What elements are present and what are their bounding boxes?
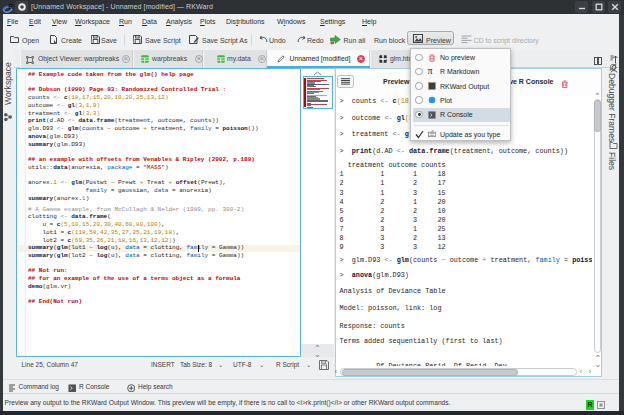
svg-text:R: R <box>8 3 13 10</box>
